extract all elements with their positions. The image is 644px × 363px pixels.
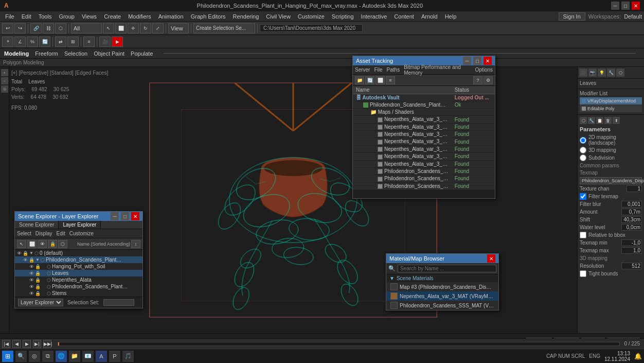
- asset-row-2[interactable]: 📁 Maps / Shaders: [353, 109, 495, 116]
- asset-tracking-maximize[interactable]: □: [473, 57, 481, 65]
- tree-item-1[interactable]: 👁 🔒 ▼ ⬡ Philodendron_Scandens_Plant_in_H…: [15, 256, 142, 263]
- menu-scripting[interactable]: Scripting: [329, 12, 357, 21]
- play-button[interactable]: ▶: [23, 340, 31, 348]
- asset-menu-bitmap[interactable]: Bitmap Performance and Memory: [404, 64, 471, 76]
- eye-icon-2[interactable]: 👁: [29, 264, 34, 269]
- render-button[interactable]: ▶: [112, 37, 123, 47]
- shift-input[interactable]: [621, 216, 642, 223]
- asset-settings-btn[interactable]: ⚙: [484, 76, 493, 84]
- menu-interactive[interactable]: Interactive: [358, 12, 390, 21]
- se-tb-btn-3[interactable]: 👁: [38, 240, 47, 248]
- se-menu-display[interactable]: Display: [35, 231, 52, 236]
- taskbar-chrome[interactable]: 🌐: [56, 351, 67, 362]
- col-status[interactable]: Status: [452, 86, 495, 94]
- asset-menu-options[interactable]: Options: [475, 67, 493, 73]
- menu-group[interactable]: Group: [56, 12, 78, 21]
- tight-bounds-check[interactable]: [580, 270, 586, 277]
- scene-explorer-titlebar[interactable]: Scene Explorer - Layer Explorer ─ □ ✕: [15, 212, 142, 221]
- water-level-input[interactable]: [621, 224, 642, 231]
- menu-content[interactable]: Content: [391, 12, 417, 21]
- se-tb-btn-5[interactable]: ⬡: [58, 240, 67, 248]
- lock-icon-2[interactable]: 🔒: [35, 264, 41, 269]
- taskbar-task-view[interactable]: ⧉: [42, 351, 53, 362]
- mat-item-1[interactable]: Nepenthes_Alata_var_3_MAT (VRayMtl) [Nep…: [386, 291, 498, 301]
- window-controls[interactable]: ─ □ ✕: [611, 2, 640, 10]
- render-icon-1[interactable]: 🎥: [579, 68, 587, 77]
- render-icon-2[interactable]: 📷: [588, 68, 597, 77]
- eye-icon-3[interactable]: 👁: [29, 271, 34, 276]
- lock-icon-6[interactable]: 🔒: [35, 291, 41, 296]
- tree-item-5[interactable]: 👁 🔒 ⬡ Philodendron_Scandens_Plant_in_Han…: [15, 283, 142, 290]
- material-search-input[interactable]: [398, 265, 496, 272]
- maximize-button[interactable]: □: [621, 2, 630, 10]
- eye-icon-5[interactable]: 👁: [29, 284, 34, 289]
- selection-set-label[interactable]: Create Selection Se...: [193, 23, 255, 33]
- undo-button[interactable]: ↩: [2, 23, 13, 33]
- asset-row-11[interactable]: Philodendron_Scandens_Displace.pngFound: [353, 175, 495, 182]
- rotate-button[interactable]: ↻: [140, 23, 151, 33]
- taskbar-icon-4[interactable]: P: [109, 351, 120, 362]
- notification-icon[interactable]: 🔔: [634, 353, 642, 360]
- se-minimize[interactable]: ─: [111, 212, 119, 220]
- asset-row-12[interactable]: Philodendron_Scandens_Normal.pngFound: [353, 182, 495, 189]
- layer-manager[interactable]: ≡: [83, 37, 95, 47]
- close-button[interactable]: ✕: [632, 2, 640, 10]
- eye-icon-6[interactable]: 👁: [29, 291, 34, 296]
- asset-row-5[interactable]: Nepenthes_Alata_var_3_Fresnel.pngFound: [353, 131, 495, 138]
- prop-icon-1[interactable]: ⬡: [580, 117, 587, 124]
- se-close[interactable]: ✕: [131, 212, 139, 220]
- timeline-track[interactable]: [58, 342, 620, 346]
- prop-icon-4[interactable]: 🗑: [604, 117, 612, 124]
- texture-chan-input[interactable]: [627, 185, 642, 192]
- scale-button[interactable]: ⤢: [152, 23, 164, 33]
- asset-row-9[interactable]: Nepenthes_Alata_var_3_Specular.pngFound: [353, 160, 495, 167]
- menu-animation[interactable]: Animation: [155, 12, 187, 21]
- render-setup[interactable]: 🎥: [99, 37, 111, 47]
- asset-menu-server[interactable]: Server: [355, 67, 370, 73]
- asset-menu-paths[interactable]: Paths: [387, 67, 400, 73]
- scene-materials-section[interactable]: ▼ Scene Materials: [386, 274, 498, 282]
- lock-icon-5[interactable]: 🔒: [35, 284, 41, 289]
- asset-row-3[interactable]: Nepenthes_Alata_var_3_Diffuse.pngFound: [353, 116, 495, 123]
- asset-row-0[interactable]: 🗄 Autodesk VaultLogged Out ...: [353, 94, 495, 101]
- menu-edit[interactable]: Edit: [19, 12, 34, 21]
- se-menu-edit[interactable]: Edit: [57, 231, 65, 236]
- se-sort-btn[interactable]: ↕: [131, 240, 140, 248]
- align-button[interactable]: ⊞: [67, 37, 79, 47]
- scene-tree[interactable]: 👁 🔒 ▼ ⬡ 0 (default) 👁 🔒 ▼ ⬡ Philodendron…: [15, 250, 142, 297]
- asset-row-1[interactable]: Philodendron_Scandens_Plant_in_Hanging_P…: [353, 101, 495, 109]
- workspaces-value[interactable]: Default: [624, 13, 642, 20]
- se-menu-customize[interactable]: Customize: [69, 231, 94, 236]
- prop-icon-5[interactable]: ⬆: [613, 117, 620, 124]
- next-frame-button[interactable]: ▶|: [33, 340, 41, 348]
- taskbar-file-explorer[interactable]: 📁: [69, 351, 80, 362]
- asset-menu-file[interactable]: File: [374, 67, 382, 73]
- eye-icon-0[interactable]: 👁: [17, 251, 22, 256]
- menu-arnold[interactable]: Arnold: [418, 12, 441, 21]
- left-icon-3[interactable]: ◎: [1, 85, 8, 93]
- spinner-snap[interactable]: 🔄: [39, 37, 50, 47]
- asset-tracking-close[interactable]: ✕: [484, 57, 492, 65]
- menu-civil-view[interactable]: Civil View: [263, 12, 293, 21]
- move-button[interactable]: ✛: [128, 23, 139, 33]
- modifier-editable-poly[interactable]: Editable Poly: [580, 105, 642, 112]
- menu-customize[interactable]: Customize: [295, 12, 328, 21]
- mirror-button[interactable]: ⇄: [55, 37, 66, 47]
- material-browser-titlebar[interactable]: Material/Map Browser ✕: [386, 254, 498, 263]
- start-button[interactable]: ⊞: [2, 351, 13, 362]
- se-tb-btn-4[interactable]: 🔒: [48, 240, 57, 248]
- menu-help[interactable]: Help: [442, 12, 460, 21]
- filter-label[interactable]: All: [71, 23, 102, 33]
- percent-snap[interactable]: %: [27, 37, 38, 47]
- left-icon-2[interactable]: −: [1, 77, 8, 84]
- mode-object-paint[interactable]: Object Paint: [94, 50, 124, 57]
- taskbar-email[interactable]: 📧: [82, 351, 94, 362]
- menu-rendering[interactable]: Rendering: [230, 12, 262, 21]
- asset-row-6[interactable]: Nepenthes_Alata_var_3_Glossiness.pngFoun…: [353, 138, 495, 145]
- resolution-input[interactable]: [621, 263, 642, 269]
- bind-button[interactable]: ⬡: [55, 23, 66, 33]
- link-button[interactable]: 🔗: [30, 23, 42, 33]
- redo-button[interactable]: ↪: [14, 23, 26, 33]
- menu-file[interactable]: File: [2, 12, 17, 21]
- menu-create[interactable]: Create: [101, 12, 124, 21]
